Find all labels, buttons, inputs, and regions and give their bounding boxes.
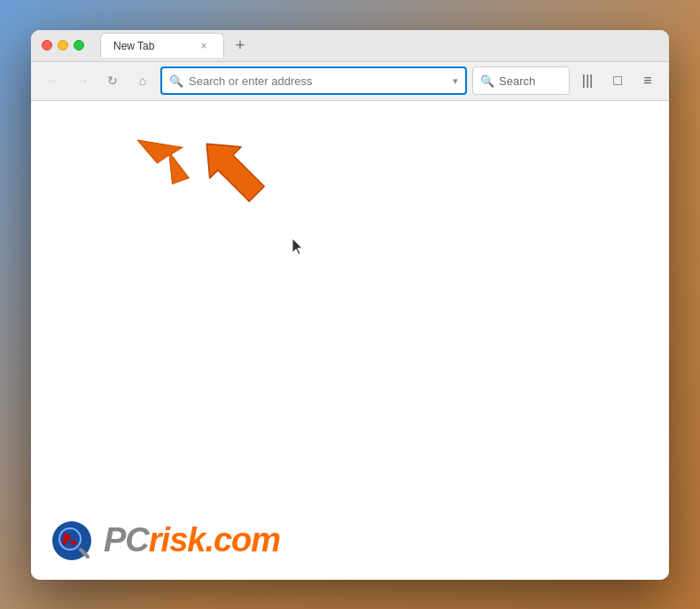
library-button[interactable]: ||| bbox=[575, 68, 600, 93]
address-search-icon: 🔍 bbox=[169, 74, 183, 88]
minimize-button[interactable] bbox=[58, 40, 68, 51]
address-bar-input[interactable] bbox=[189, 74, 447, 88]
dotcom-text: .com bbox=[205, 521, 280, 558]
browser-window: New Tab × + ← → ↻ ⌂ 🔍 ▾ 🔍 Search ||| □ ≡ bbox=[31, 30, 669, 580]
pcrisk-icon bbox=[49, 518, 93, 562]
svg-point-5 bbox=[59, 528, 81, 550]
reload-button[interactable]: ↻ bbox=[100, 68, 125, 93]
title-bar: New Tab × + bbox=[31, 30, 669, 62]
tab-title: New Tab bbox=[113, 40, 190, 52]
svg-marker-1 bbox=[191, 128, 273, 209]
home-button[interactable]: ⌂ bbox=[130, 68, 155, 93]
svg-marker-0 bbox=[137, 126, 193, 190]
pcrisk-text: PCrisk.com bbox=[104, 523, 280, 557]
dropdown-icon[interactable]: ▾ bbox=[453, 75, 458, 87]
watermark: PCrisk.com bbox=[49, 518, 280, 562]
search-box[interactable]: 🔍 Search bbox=[472, 66, 570, 95]
new-tab-button[interactable]: + bbox=[228, 33, 253, 58]
mouse-cursor bbox=[292, 238, 303, 254]
active-tab[interactable]: New Tab × bbox=[100, 33, 224, 58]
forward-button[interactable]: → bbox=[70, 68, 95, 93]
menu-button[interactable]: ≡ bbox=[635, 68, 660, 93]
maximize-button[interactable] bbox=[74, 40, 84, 51]
page-content: PCrisk.com bbox=[31, 101, 669, 580]
pc-text: PC bbox=[104, 521, 149, 558]
sidebar-button[interactable]: □ bbox=[605, 68, 630, 93]
tab-close-button[interactable]: × bbox=[197, 39, 211, 53]
svg-point-7 bbox=[71, 540, 76, 545]
risk-text: risk bbox=[149, 521, 206, 558]
search-box-label: Search bbox=[499, 74, 535, 88]
svg-point-8 bbox=[63, 540, 67, 544]
svg-point-6 bbox=[63, 534, 70, 541]
close-button[interactable] bbox=[42, 40, 52, 51]
back-button[interactable]: ← bbox=[40, 68, 65, 93]
search-box-icon: 🔍 bbox=[480, 74, 494, 88]
svg-marker-2 bbox=[292, 238, 302, 254]
address-bar-container[interactable]: 🔍 ▾ bbox=[160, 66, 467, 95]
nav-bar: ← → ↻ ⌂ 🔍 ▾ 🔍 Search ||| □ ≡ bbox=[31, 62, 669, 101]
nav-extra-icons: ||| □ ≡ bbox=[575, 68, 660, 93]
traffic-lights bbox=[42, 40, 84, 51]
directional-arrow bbox=[191, 128, 279, 220]
tab-area: New Tab × + bbox=[100, 33, 658, 58]
